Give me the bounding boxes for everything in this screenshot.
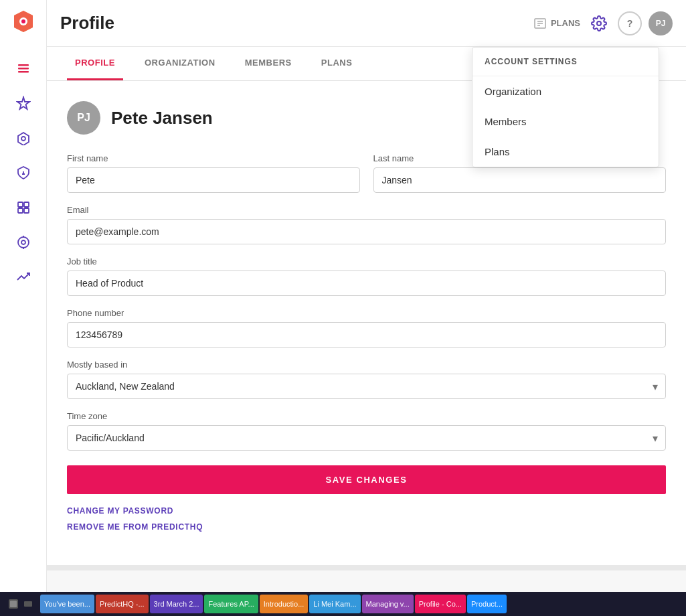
- dropdown-item-members[interactable]: Members: [473, 106, 659, 137]
- location-select[interactable]: Auckland, New Zealand: [67, 374, 666, 399]
- plans-label: PLANS: [551, 18, 580, 28]
- svg-rect-12: [24, 208, 29, 213]
- taskbar-item-2-label: PredictHQ -...: [100, 600, 145, 608]
- hamburger-icon[interactable]: [10, 55, 37, 82]
- timezone-select-wrapper: Pacific/Auckland: [67, 425, 666, 451]
- timezone-row: Time zone Pacific/Auckland: [67, 411, 666, 451]
- phone-group: Phone number: [67, 308, 666, 348]
- svg-rect-10: [24, 202, 29, 207]
- timezone-group: Time zone Pacific/Auckland: [67, 411, 666, 451]
- svg-point-8: [21, 137, 25, 141]
- taskbar: You've been... PredictHQ -... 3rd March …: [0, 592, 686, 616]
- remove-account-link[interactable]: REMOVE ME FROM PREDICTHQ: [67, 522, 666, 532]
- header: Profile PLANS ? PJ: [47, 0, 686, 47]
- svg-point-3: [21, 19, 25, 23]
- taskbar-item-9-label: Product...: [471, 600, 503, 608]
- svg-rect-6: [18, 71, 29, 73]
- email-row: Email: [67, 205, 666, 244]
- location-label: Mostly based in: [67, 360, 666, 370]
- dropdown-item-plans[interactable]: Plans: [473, 137, 659, 167]
- first-name-label: First name: [67, 153, 360, 163]
- svg-point-21: [597, 21, 601, 25]
- job-title-input[interactable]: [67, 271, 666, 296]
- taskbar-item-7[interactable]: Managing v...: [362, 595, 414, 613]
- taskbar-item-9[interactable]: Product...: [467, 595, 507, 613]
- taskbar-item-5[interactable]: Introductio...: [260, 595, 309, 613]
- tab-organization[interactable]: ORGANIZATION: [137, 47, 224, 80]
- taskbar-item-6-label: Li Mei Kam...: [313, 600, 356, 608]
- user-avatar[interactable]: PJ: [649, 11, 673, 35]
- job-title-group: Job title: [67, 256, 666, 296]
- job-title-label: Job title: [67, 256, 666, 266]
- phone-label: Phone number: [67, 308, 666, 318]
- svg-rect-23: [10, 601, 17, 607]
- nav-icon-6[interactable]: [10, 264, 37, 291]
- profile-avatar: PJ: [67, 101, 100, 135]
- profile-full-name: Pete Jansen: [111, 108, 213, 129]
- email-label: Email: [67, 205, 666, 215]
- location-row: Mostly based in Auckland, New Zealand: [67, 360, 666, 399]
- taskbar-item-3-label: 3rd March 2...: [154, 600, 199, 608]
- first-name-input[interactable]: [67, 167, 360, 193]
- email-input[interactable]: [67, 219, 666, 244]
- sidebar: [0, 0, 47, 616]
- svg-rect-24: [24, 601, 32, 607]
- nav-icon-3[interactable]: [10, 159, 37, 186]
- svg-rect-4: [18, 64, 29, 66]
- svg-rect-11: [18, 208, 23, 213]
- taskbar-item-2[interactable]: PredictHQ -...: [96, 595, 149, 613]
- phone-input[interactable]: [67, 322, 666, 348]
- job-title-row: Job title: [67, 256, 666, 296]
- last-name-input[interactable]: [373, 167, 667, 193]
- taskbar-item-6[interactable]: Li Mei Kam...: [309, 595, 360, 613]
- taskbar-sys-icons: [3, 599, 39, 609]
- svg-marker-7: [18, 133, 29, 145]
- header-actions: PLANS ? PJ: [533, 11, 673, 35]
- taskbar-item-1-label: You've been...: [44, 600, 90, 608]
- nav-icon-2[interactable]: [10, 125, 37, 151]
- taskbar-item-5-label: Introductio...: [264, 600, 305, 608]
- phone-row: Phone number: [67, 308, 666, 348]
- page-title: Profile: [60, 13, 114, 33]
- taskbar-item-8-label: Profile - Co...: [419, 600, 462, 608]
- account-settings-dropdown: ACCOUNT SETTINGS Organization Members Pl…: [472, 47, 659, 167]
- taskbar-item-1[interactable]: You've been...: [40, 595, 94, 613]
- save-changes-button[interactable]: SAVE CHANGES: [67, 465, 666, 494]
- location-group: Mostly based in Auckland, New Zealand: [67, 360, 666, 399]
- dropdown-item-organization[interactable]: Organization: [473, 76, 659, 106]
- timezone-label: Time zone: [67, 411, 666, 421]
- dropdown-header: ACCOUNT SETTINGS: [473, 48, 659, 76]
- taskbar-item-4-label: Features AP...: [208, 600, 254, 608]
- taskbar-item-4[interactable]: Features AP...: [204, 595, 258, 613]
- nav-icon-4[interactable]: [10, 194, 37, 221]
- tab-profile[interactable]: PROFILE: [67, 47, 123, 80]
- change-password-link[interactable]: CHANGE MY PASSWORD: [67, 506, 666, 516]
- svg-rect-5: [18, 68, 29, 70]
- taskbar-item-7-label: Managing v...: [366, 600, 410, 608]
- nav-icon-1[interactable]: [10, 90, 37, 117]
- svg-point-13: [18, 237, 29, 248]
- location-select-wrapper: Auckland, New Zealand: [67, 374, 666, 399]
- tab-plans[interactable]: PLANS: [313, 47, 361, 80]
- sidebar-logo: [10, 8, 37, 37]
- svg-point-14: [21, 240, 25, 244]
- nav-icon-5[interactable]: [10, 229, 37, 256]
- settings-button[interactable]: [587, 11, 611, 35]
- tab-members[interactable]: MEMBERS: [237, 47, 300, 80]
- taskbar-item-3[interactable]: 3rd March 2...: [150, 595, 203, 613]
- timezone-select[interactable]: Pacific/Auckland: [67, 425, 666, 451]
- help-button[interactable]: ?: [618, 11, 642, 35]
- svg-rect-9: [18, 202, 23, 207]
- email-group: Email: [67, 205, 666, 244]
- plans-button[interactable]: PLANS: [533, 17, 580, 30]
- first-name-group: First name: [67, 153, 360, 193]
- taskbar-item-8[interactable]: Profile - Co...: [415, 595, 466, 613]
